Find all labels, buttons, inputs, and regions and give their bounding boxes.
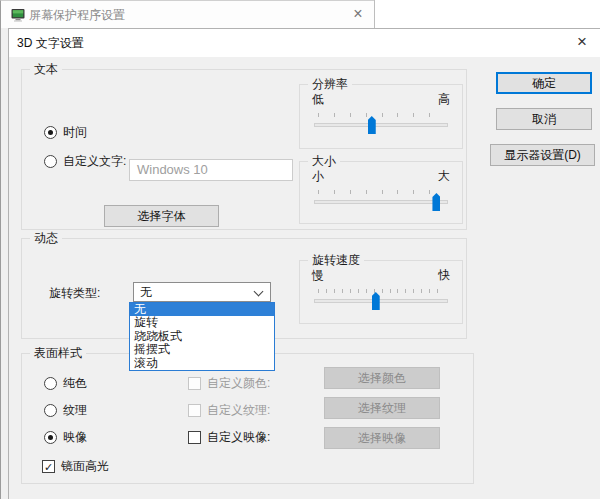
close-icon[interactable]: × [565,29,599,57]
3d-text-settings-dialog: 3D 文字设置 × 文本 时间 自定义文字: Windows 10 选择字体 分… [8,28,600,499]
radio-texture-icon [44,404,57,417]
dropdown-item-seesaw[interactable]: 跷跷板式 [130,330,274,343]
checkbox-specular-highlight-label: 镜面高光 [61,458,109,475]
checkbox-custom-texture: 自定义纹理: [188,403,270,418]
size-group-label: 大小 [308,154,340,169]
radio-custom-text-label: 自定义文字: [63,153,126,170]
radio-reflection[interactable]: 映像 [44,430,87,445]
speed-slider-track [314,299,448,303]
radio-reflection-icon [44,431,57,444]
checkbox-custom-reflection-label: 自定义映像: [207,429,270,446]
radio-time-label: 时间 [63,124,87,141]
dialog-titlebar: 3D 文字设置 × [9,29,600,57]
custom-text-input: Windows 10 [129,159,293,181]
checkbox-custom-reflection[interactable]: 自定义映像: [188,430,270,445]
rotation-speed-group: 旋转速度 慢 快 [299,260,463,324]
radio-reflection-label: 映像 [63,429,87,446]
radio-texture[interactable]: 纹理 [44,403,87,418]
resolution-slider-thumb[interactable] [368,116,376,134]
resolution-high-label: 高 [438,91,450,108]
text-group-label: 文本 [30,62,62,77]
background-window-titlebar: 屏幕保护程序设置 × [0,0,375,28]
surface-style-group-label: 表面样式 [30,346,86,361]
radio-custom-text-icon [44,155,57,168]
resolution-group: 分辨率 低 高 [299,84,463,149]
choose-color-button: 选择颜色 [324,367,440,389]
radio-time-icon [44,126,57,139]
ok-button[interactable]: 确定 [496,72,592,94]
resolution-slider-track [314,123,448,127]
motion-group-label: 动态 [30,231,62,246]
checkbox-custom-texture-icon [188,404,201,417]
size-large-label: 大 [438,168,450,185]
checkbox-custom-reflection-icon [188,431,201,444]
choose-font-button[interactable]: 选择字体 [104,205,219,227]
radio-custom-text[interactable]: 自定义文字: [44,154,126,169]
background-window-edge [374,0,375,28]
checkbox-custom-color-label: 自定义颜色: [207,375,270,392]
radio-solid-color-label: 纯色 [63,375,87,392]
speed-slider-ticks [318,289,445,293]
size-group: 大小 小 大 [299,161,463,224]
radio-solid-color[interactable]: 纯色 [44,376,87,391]
size-small-label: 小 [312,168,324,185]
screensaver-app-icon [11,8,25,22]
surface-style-group: 表面样式 纯色 纹理 映像 ✓ 镜面高光 自定义颜色: 自定义纹理: 自定义映像… [21,353,474,484]
checkbox-custom-texture-label: 自定义纹理: [207,402,270,419]
rotation-type-value: 无 [140,285,152,299]
resolution-slider-ticks [318,113,445,117]
choose-reflection-button: 选择映像 [324,427,440,449]
chevron-down-icon [254,287,264,297]
dialog-title: 3D 文字设置 [17,29,84,57]
checkbox-custom-color: 自定义颜色: [188,376,270,391]
background-window-title: 屏幕保护程序设置 [29,1,125,29]
checkbox-specular-highlight-icon: ✓ [42,460,55,473]
speed-slider-thumb[interactable] [372,292,380,310]
speed-slow-label: 慢 [312,267,324,284]
dropdown-item-none[interactable]: 无 [130,303,274,316]
choose-texture-button: 选择纹理 [324,397,440,419]
resolution-low-label: 低 [312,91,324,108]
checkbox-specular-highlight[interactable]: ✓ 镜面高光 [42,459,109,474]
radio-solid-color-icon [44,377,57,390]
checkbox-custom-color-icon [188,377,201,390]
dropdown-item-tumble[interactable]: 滚动 [130,357,274,370]
size-slider-thumb[interactable] [432,193,440,211]
rotation-type-dropdown: 无 旋转 跷跷板式 摇摆式 滚动 [129,302,275,371]
rotation-speed-group-label: 旋转速度 [308,253,364,268]
dropdown-item-spin[interactable]: 旋转 [130,316,274,329]
size-slider-track [314,200,448,204]
display-settings-button[interactable]: 显示器设置(D) [490,144,595,166]
speed-fast-label: 快 [438,267,450,284]
size-slider-ticks [318,190,445,194]
cancel-button[interactable]: 取消 [496,108,592,130]
radio-time[interactable]: 时间 [44,125,87,140]
resolution-group-label: 分辨率 [308,77,352,92]
background-close-icon[interactable]: × [341,1,375,29]
radio-texture-label: 纹理 [63,402,87,419]
rotation-type-combobox[interactable]: 无 [133,282,271,302]
dropdown-item-wobble[interactable]: 摇摆式 [130,343,274,356]
rotation-type-label: 旋转类型: [49,285,100,302]
